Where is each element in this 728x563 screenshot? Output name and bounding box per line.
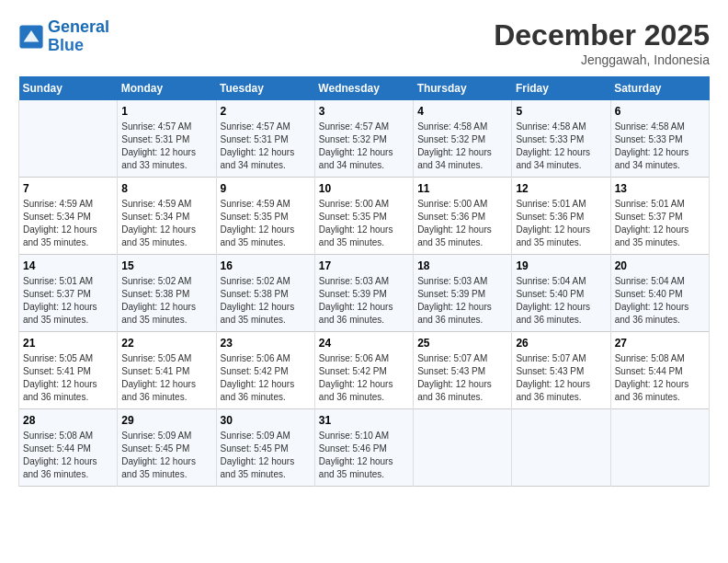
calendar-cell: 18Sunrise: 5:03 AMSunset: 5:39 PMDayligh… xyxy=(414,255,512,332)
title-block: December 2025 Jenggawah, Indonesia xyxy=(494,18,710,67)
day-number: 20 xyxy=(615,259,705,272)
day-number: 3 xyxy=(319,105,409,118)
calendar-cell: 30Sunrise: 5:09 AMSunset: 5:45 PMDayligh… xyxy=(216,409,314,487)
weekday-header: Tuesday xyxy=(216,76,314,100)
day-number: 19 xyxy=(516,259,606,272)
day-number: 5 xyxy=(516,105,606,118)
calendar-week-row: 7Sunrise: 4:59 AMSunset: 5:34 PMDaylight… xyxy=(19,178,710,255)
calendar-cell: 5Sunrise: 4:58 AMSunset: 5:33 PMDaylight… xyxy=(512,100,610,178)
calendar-cell: 1Sunrise: 4:57 AMSunset: 5:31 PMDaylight… xyxy=(118,100,216,178)
calendar-cell: 15Sunrise: 5:02 AMSunset: 5:38 PMDayligh… xyxy=(118,255,216,332)
day-number: 8 xyxy=(121,182,211,195)
day-number: 17 xyxy=(319,259,409,272)
day-info: Sunrise: 5:01 AMSunset: 5:37 PMDaylight:… xyxy=(615,198,705,249)
day-info: Sunrise: 5:08 AMSunset: 5:44 PMDaylight:… xyxy=(615,352,705,404)
weekday-header: Monday xyxy=(118,76,216,100)
calendar-cell: 11Sunrise: 5:00 AMSunset: 5:36 PMDayligh… xyxy=(414,178,512,255)
calendar-cell: 16Sunrise: 5:02 AMSunset: 5:38 PMDayligh… xyxy=(216,255,314,332)
location-subtitle: Jenggawah, Indonesia xyxy=(494,52,710,67)
calendar-cell: 17Sunrise: 5:03 AMSunset: 5:39 PMDayligh… xyxy=(314,255,413,332)
day-number: 23 xyxy=(221,337,311,350)
day-number: 1 xyxy=(121,105,211,118)
day-info: Sunrise: 4:58 AMSunset: 5:32 PMDaylight:… xyxy=(417,121,507,172)
day-number: 26 xyxy=(516,337,606,350)
page-header: General Blue December 2025 Jenggawah, In… xyxy=(18,18,710,67)
day-number: 11 xyxy=(417,182,507,195)
month-title: December 2025 xyxy=(494,18,710,52)
calendar-body: 1Sunrise: 4:57 AMSunset: 5:31 PMDaylight… xyxy=(19,100,710,487)
day-info: Sunrise: 5:10 AMSunset: 5:46 PMDaylight:… xyxy=(319,430,409,481)
calendar-cell: 8Sunrise: 4:59 AMSunset: 5:34 PMDaylight… xyxy=(118,178,216,255)
calendar-header: SundayMondayTuesdayWednesdayThursdayFrid… xyxy=(19,76,710,100)
day-number: 13 xyxy=(615,182,705,195)
day-number: 15 xyxy=(121,259,211,272)
day-info: Sunrise: 5:02 AMSunset: 5:38 PMDaylight:… xyxy=(121,275,211,327)
calendar-cell: 23Sunrise: 5:06 AMSunset: 5:42 PMDayligh… xyxy=(216,332,314,409)
day-info: Sunrise: 4:57 AMSunset: 5:31 PMDaylight:… xyxy=(121,121,211,172)
calendar-cell xyxy=(19,100,118,178)
logo-icon xyxy=(18,24,44,50)
day-number: 25 xyxy=(417,337,507,350)
calendar-cell: 2Sunrise: 4:57 AMSunset: 5:31 PMDaylight… xyxy=(216,100,314,178)
day-info: Sunrise: 5:09 AMSunset: 5:45 PMDaylight:… xyxy=(121,430,211,481)
calendar-cell xyxy=(512,409,610,487)
logo-line1: General xyxy=(48,17,109,36)
day-number: 4 xyxy=(417,105,507,118)
calendar-cell: 28Sunrise: 5:08 AMSunset: 5:44 PMDayligh… xyxy=(19,409,118,487)
day-info: Sunrise: 5:03 AMSunset: 5:39 PMDaylight:… xyxy=(319,275,409,327)
day-info: Sunrise: 4:59 AMSunset: 5:35 PMDaylight:… xyxy=(221,198,311,249)
calendar-cell: 7Sunrise: 4:59 AMSunset: 5:34 PMDaylight… xyxy=(19,178,118,255)
weekday-header: Wednesday xyxy=(314,76,413,100)
calendar-cell: 3Sunrise: 4:57 AMSunset: 5:32 PMDaylight… xyxy=(314,100,413,178)
weekday-header: Thursday xyxy=(414,76,512,100)
calendar-cell: 13Sunrise: 5:01 AMSunset: 5:37 PMDayligh… xyxy=(610,178,709,255)
day-info: Sunrise: 5:04 AMSunset: 5:40 PMDaylight:… xyxy=(516,275,606,327)
calendar-cell xyxy=(610,409,709,487)
calendar-cell: 14Sunrise: 5:01 AMSunset: 5:37 PMDayligh… xyxy=(19,255,118,332)
calendar-cell: 21Sunrise: 5:05 AMSunset: 5:41 PMDayligh… xyxy=(19,332,118,409)
logo-line2: Blue xyxy=(48,36,84,54)
calendar-cell: 26Sunrise: 5:07 AMSunset: 5:43 PMDayligh… xyxy=(512,332,610,409)
logo: General Blue xyxy=(18,18,109,55)
calendar-cell: 20Sunrise: 5:04 AMSunset: 5:40 PMDayligh… xyxy=(610,255,709,332)
calendar-cell: 6Sunrise: 4:58 AMSunset: 5:33 PMDaylight… xyxy=(610,100,709,178)
day-info: Sunrise: 4:58 AMSunset: 5:33 PMDaylight:… xyxy=(516,121,606,172)
day-info: Sunrise: 4:57 AMSunset: 5:32 PMDaylight:… xyxy=(319,121,409,172)
day-info: Sunrise: 4:57 AMSunset: 5:31 PMDaylight:… xyxy=(221,121,311,172)
calendar-week-row: 1Sunrise: 4:57 AMSunset: 5:31 PMDaylight… xyxy=(19,100,710,178)
calendar-cell: 4Sunrise: 4:58 AMSunset: 5:32 PMDaylight… xyxy=(414,100,512,178)
day-info: Sunrise: 4:59 AMSunset: 5:34 PMDaylight:… xyxy=(121,198,211,249)
day-info: Sunrise: 5:06 AMSunset: 5:42 PMDaylight:… xyxy=(221,352,311,404)
calendar-cell xyxy=(414,409,512,487)
day-info: Sunrise: 5:00 AMSunset: 5:36 PMDaylight:… xyxy=(417,198,507,249)
calendar-week-row: 21Sunrise: 5:05 AMSunset: 5:41 PMDayligh… xyxy=(19,332,710,409)
day-info: Sunrise: 5:07 AMSunset: 5:43 PMDaylight:… xyxy=(417,352,507,404)
weekday-header: Sunday xyxy=(19,76,118,100)
calendar-cell: 24Sunrise: 5:06 AMSunset: 5:42 PMDayligh… xyxy=(314,332,413,409)
logo-text: General Blue xyxy=(48,18,109,55)
day-info: Sunrise: 5:05 AMSunset: 5:41 PMDaylight:… xyxy=(121,352,211,404)
day-number: 6 xyxy=(615,105,705,118)
calendar-cell: 19Sunrise: 5:04 AMSunset: 5:40 PMDayligh… xyxy=(512,255,610,332)
calendar-cell: 25Sunrise: 5:07 AMSunset: 5:43 PMDayligh… xyxy=(414,332,512,409)
day-number: 22 xyxy=(121,337,211,350)
day-number: 21 xyxy=(23,337,113,350)
day-info: Sunrise: 5:02 AMSunset: 5:38 PMDaylight:… xyxy=(221,275,311,327)
calendar-cell: 22Sunrise: 5:05 AMSunset: 5:41 PMDayligh… xyxy=(118,332,216,409)
calendar-cell: 27Sunrise: 5:08 AMSunset: 5:44 PMDayligh… xyxy=(610,332,709,409)
day-number: 28 xyxy=(23,414,113,427)
day-number: 10 xyxy=(319,182,409,195)
weekday-header-row: SundayMondayTuesdayWednesdayThursdayFrid… xyxy=(19,76,710,100)
calendar-cell: 12Sunrise: 5:01 AMSunset: 5:36 PMDayligh… xyxy=(512,178,610,255)
day-number: 2 xyxy=(221,105,311,118)
day-number: 12 xyxy=(516,182,606,195)
calendar-table: SundayMondayTuesdayWednesdayThursdayFrid… xyxy=(18,76,710,487)
day-info: Sunrise: 5:03 AMSunset: 5:39 PMDaylight:… xyxy=(417,275,507,327)
calendar-cell: 31Sunrise: 5:10 AMSunset: 5:46 PMDayligh… xyxy=(314,409,413,487)
day-info: Sunrise: 5:01 AMSunset: 5:37 PMDaylight:… xyxy=(23,275,113,327)
day-info: Sunrise: 5:01 AMSunset: 5:36 PMDaylight:… xyxy=(516,198,606,249)
weekday-header: Friday xyxy=(512,76,610,100)
day-number: 24 xyxy=(319,337,409,350)
day-number: 18 xyxy=(417,259,507,272)
day-info: Sunrise: 5:07 AMSunset: 5:43 PMDaylight:… xyxy=(516,352,606,404)
